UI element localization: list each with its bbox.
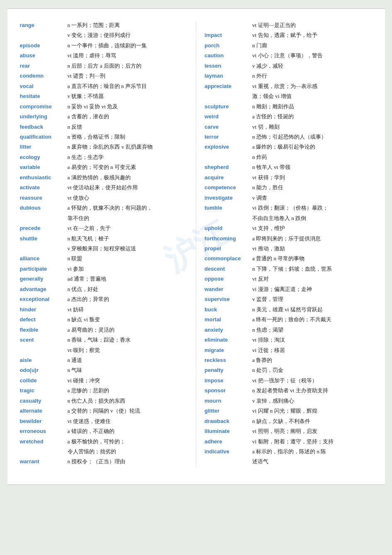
entry-definition: 靠不住的 (68, 214, 188, 222)
entry-definition: vt 支持，维护 (252, 224, 373, 232)
vocabulary-entry: weirda 古怪的；怪诞的 (205, 112, 373, 121)
vocabulary-entry: hesitatev 犹豫；不情愿 (20, 92, 188, 100)
entry-word: odo(u)r (20, 366, 68, 374)
entry-definition: vi 迁徙；移居 (252, 346, 373, 355)
vocabulary-entry: adherevi 黏附，附着；遵守，坚持；支持 (205, 438, 373, 446)
vocabulary-entry: participatevi 参加 (20, 265, 188, 273)
entry-word: supervise (205, 295, 252, 303)
entry-word: hinder (20, 306, 68, 314)
entry-definition: n 授权令；（正当）理由 (68, 457, 188, 466)
entry-word: eliminate (205, 336, 252, 344)
entry-word: collide (20, 377, 68, 385)
vocabulary-entry: carvevt 切，雕刻 (205, 123, 373, 131)
entry-definition: n 发起者赞助者 vt 主办资助支持 (252, 386, 373, 395)
vocabulary-entry: mortala 终有一死的；致命的；不共戴天 (205, 315, 373, 324)
entry-definition: n 资格，合格证书；限制 (68, 133, 188, 141)
entry-word: illuminate (205, 427, 252, 435)
entry-word: litter (20, 143, 68, 151)
vocabulary-entry: rearn 后部；后方 a 后面的；后方的 (20, 62, 188, 70)
entry-word: aisle (20, 356, 68, 364)
entry-definition: a 爆炸的；极易引起争论的 (252, 143, 373, 151)
vocabulary-entry: investigatev 调查 (205, 194, 373, 202)
entry-definition: n 妥协 vi 妥协 vt 危及 (68, 103, 188, 111)
entry-definition: a 普通的 n 寻常的事物 (252, 254, 373, 263)
entry-word: investigate (205, 194, 252, 202)
entry-word: lessen (205, 62, 252, 70)
entry-definition: 激；领会 vi 增值 (252, 92, 373, 100)
vocabulary-entry: opposevt 反对 (205, 275, 373, 283)
vocabulary-entry: bewildervt 使迷惑，使难住 (20, 417, 188, 425)
entry-definition: vt 小心；注意（事项），警告 (252, 51, 373, 60)
entry-word: oppose (205, 275, 252, 283)
vocabulary-entry: qualificationn 资格，合格证书；限制 (20, 133, 188, 141)
entry-definition: a 极不愉快的，可怜的； (68, 438, 188, 446)
entry-word: migrate (205, 346, 252, 355)
entry-definition: n 航天飞机；梭子 (68, 235, 188, 243)
entry-definition: n 牧羊人 vt 带领 (252, 163, 373, 171)
entry-definition: vi 黏附，附着；遵守，坚持；支持 (252, 438, 373, 446)
vocabulary-entry: tumblevi 跌倒；翻滚；（价格）暴跌； (205, 204, 373, 212)
vocabulary-entry: buckn 美元，雄鹿 vi 猛然弓背跃起 (205, 306, 373, 314)
entry-definition: a 终有一死的；致命的；不共戴天 (252, 315, 373, 324)
entry-word: weird (205, 112, 252, 121)
entry-word: reassure (20, 194, 68, 202)
entry-definition: n 一系列；范围；距离 (68, 21, 188, 29)
entry-definition: n 焦虑；渴望 (252, 326, 373, 334)
entry-definition: n 废弃物；杂乱的东西 v 乱扔废弃物 (68, 143, 188, 151)
entry-definition: a 悲惨的；悲剧的 (68, 386, 188, 395)
vocabulary-entry: penaltyn 处罚，罚金 (205, 366, 373, 374)
entry-definition: vt 使放心 (68, 194, 188, 202)
entry-definition: a 杰出的；异常的 (68, 295, 188, 303)
entry-word: forthcoming (205, 235, 252, 243)
entry-word: wretched (20, 438, 68, 446)
vocabulary-entry: odo(u)rn 气味 (20, 366, 188, 374)
entry-word: compromise (20, 103, 68, 111)
vocabulary-entry: eliminatevt 排除；淘汰 (205, 336, 373, 344)
vocabulary-entry: ecologyn 生态；生态学 (20, 153, 188, 161)
vocabulary-entry: sponsorn 发起者赞助者 vt 主办资助支持 (205, 386, 373, 395)
entry-word: layman (205, 72, 252, 80)
entry-definition: n 门廊 (252, 42, 373, 50)
entry-definition: a 含蓄的，潜在的 (68, 112, 188, 121)
entry-definition: vt 排除；淘汰 (252, 336, 373, 344)
vocabulary-entry: forthcominga 即将到来的；乐于提供消息 (205, 235, 373, 243)
vocabulary-entry: abusevt 滥用；虐待；辱骂 (20, 51, 188, 60)
vocabulary-entry: impactvt 告知，透露；赋予，给予 (205, 31, 373, 39)
vocabulary-entry: compromisen 妥协 vi 妥协 vt 危及 (20, 103, 188, 111)
entry-definition: n 香味，气味；踪迹；香水 (68, 336, 188, 344)
entry-definition: a 直言不讳的；噪音的 n 声乐节目 (68, 82, 188, 90)
main-page: 沪江 rangen 一系列；范围；距离v 变化；漫游；使排列成行episoden… (7, 8, 385, 485)
entry-definition: a 标示的，指示的，陈述的 n 陈 (252, 447, 373, 456)
entry-definition: v 监督，管理 (252, 295, 373, 303)
vocabulary-entry: hindervt 妨碍 (20, 306, 188, 314)
entry-definition: a 易变的；可变的 n 可变元素 (68, 163, 188, 171)
entry-word: hesitate (20, 92, 68, 100)
entry-definition: v 调查 (252, 194, 373, 202)
vocabulary-entry: 激；领会 vi 增值 (205, 92, 373, 100)
vocabulary-entry: appreciatevt 重视，欣赏；为····表示感 (205, 82, 373, 90)
entry-word: dubious (20, 204, 68, 212)
entry-definition: vi 闪耀 n 闪光；耀眼，辉煌 (252, 407, 373, 415)
vocabulary-entry: lessenv 减少，减轻 (205, 62, 373, 70)
vocabulary-entry: alliancen 联盟 (20, 254, 188, 263)
vocabulary-entry: laymann 外行 (205, 72, 373, 80)
vocabulary-entry: competencen 能力，胜任 (205, 183, 373, 192)
entry-word: indicative (205, 447, 252, 456)
entry-word: underlying (20, 112, 68, 121)
entry-definition: vi 参加 (68, 265, 188, 273)
entry-definition: v 变化；漫游；使排列成行 (68, 31, 188, 39)
entry-definition: n 外行 (252, 72, 373, 80)
entry-word: terror (205, 133, 252, 141)
vocabulary-entry: littern 废弃物；杂乱的东西 v 乱扔废弃物 (20, 143, 188, 151)
vocabulary-entry: descentn 下降，下倾；斜坡；血统，世系 (205, 265, 373, 273)
vocabulary-entry: tragica 悲惨的；悲剧的 (20, 386, 188, 395)
entry-word (20, 244, 68, 253)
entry-word: caution (205, 51, 252, 60)
vocabulary-entry: upholdvt 支持，维护 (205, 224, 373, 232)
entry-word (20, 447, 68, 456)
vocabulary-entry: terrorn 恐怖；引起恐怖的人（或事） (205, 133, 373, 141)
entry-definition: vt 把····强加于；征（税等） (252, 377, 373, 385)
entry-definition: n 一个事件；插曲，连续剧的一集 (68, 42, 188, 50)
entry-definition: a 古怪的；怪诞的 (252, 112, 373, 121)
vocabulary-entry: cautionvt 小心；注意（事项），警告 (205, 51, 373, 60)
